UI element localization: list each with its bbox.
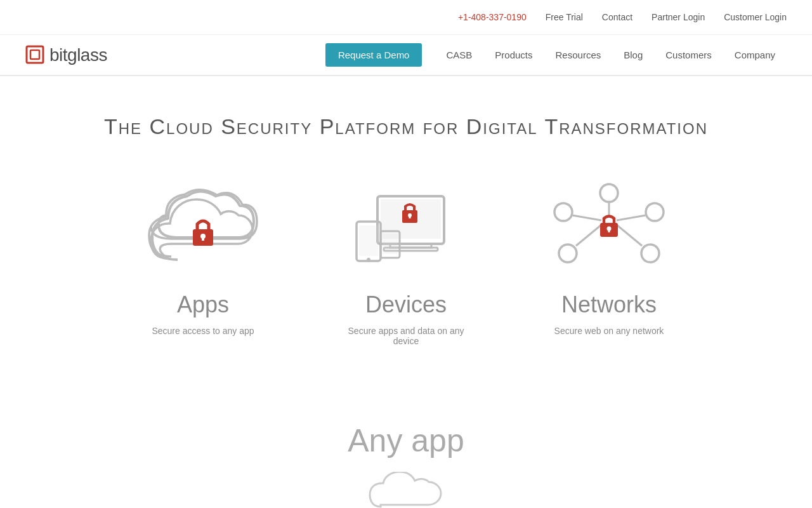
svg-line-26 [617, 215, 646, 220]
partner-login-link[interactable]: Partner Login [652, 12, 705, 22]
customer-login-link[interactable]: Customer Login [724, 12, 787, 22]
svg-rect-0 [27, 46, 43, 63]
svg-point-21 [646, 203, 664, 221]
phone-number[interactable]: +1-408-337-0190 [458, 12, 527, 22]
nav-products[interactable]: Products [483, 50, 544, 60]
apps-description: Secure access to any app [152, 326, 254, 336]
svg-rect-5 [202, 236, 204, 241]
feature-networks: Networks Secure web on any network [539, 177, 679, 346]
nav-customers[interactable]: Customers [654, 50, 723, 60]
svg-rect-11 [359, 225, 378, 256]
bottom-cloud-icon [368, 472, 444, 508]
networks-title: Networks [561, 291, 657, 318]
apps-title: Apps [177, 291, 229, 318]
logo-text: bitglass [49, 45, 107, 65]
apps-icon [140, 177, 266, 279]
feature-apps: Apps Secure access to any app [133, 177, 273, 346]
svg-line-25 [617, 225, 642, 246]
contact-link[interactable]: Contact [602, 12, 632, 22]
nav-items: Request a Demo CASB Products Resources B… [325, 50, 787, 61]
bottom-title: Any app [25, 422, 787, 459]
logo-icon [25, 45, 46, 65]
svg-point-19 [559, 244, 577, 262]
main-nav: bitglass Request a Demo CASB Products Re… [0, 35, 812, 76]
devices-description: Secure apps and data on any device [336, 326, 476, 346]
nav-casb[interactable]: CASB [435, 50, 483, 60]
svg-line-27 [572, 215, 601, 220]
svg-point-20 [641, 244, 659, 262]
svg-rect-1 [30, 50, 39, 59]
svg-rect-14 [383, 234, 398, 254]
svg-point-18 [600, 184, 618, 202]
svg-point-12 [367, 258, 370, 262]
networks-icon [546, 177, 672, 279]
features-row: Apps Secure access to any app [25, 177, 787, 346]
svg-line-24 [576, 225, 601, 246]
networks-description: Secure web on any network [554, 326, 664, 336]
logo[interactable]: bitglass [25, 45, 107, 65]
bottom-icon-area [25, 472, 787, 508]
feature-devices: Devices Secure apps and data on any devi… [336, 177, 476, 346]
hero-title: The Cloud Security Platform for Digital … [25, 114, 787, 139]
bottom-section: Any app [0, 397, 812, 508]
devices-title: Devices [365, 291, 447, 318]
svg-rect-17 [409, 215, 411, 218]
nav-company[interactable]: Company [723, 50, 787, 60]
nav-resources[interactable]: Resources [544, 50, 613, 60]
top-bar: +1-408-337-0190 Free Trial Contact Partn… [0, 0, 812, 35]
svg-rect-30 [608, 229, 610, 232]
free-trial-link[interactable]: Free Trial [546, 12, 583, 22]
nav-blog[interactable]: Blog [612, 50, 654, 60]
devices-icon [343, 177, 469, 279]
request-demo-button[interactable]: Request a Demo [325, 43, 422, 67]
svg-point-22 [554, 203, 572, 221]
hero-section: The Cloud Security Platform for Digital … [0, 76, 812, 397]
